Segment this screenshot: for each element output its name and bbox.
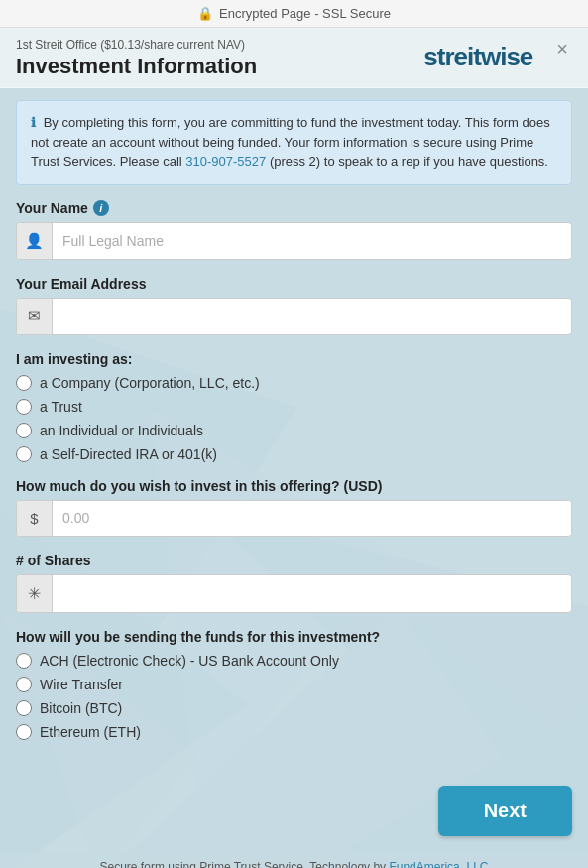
- amount-input-wrapper: $: [16, 500, 572, 537]
- name-group: Your Name i 👤: [16, 200, 572, 260]
- person-icon: 👤: [17, 223, 53, 259]
- envelope-icon: ✉: [17, 299, 53, 334]
- shares-group: # of Shares ✳: [16, 553, 572, 613]
- name-label: Your Name i: [16, 200, 572, 216]
- investing-option-0[interactable]: a Company (Corporation, LLC, etc.): [16, 375, 572, 391]
- funds-option-1[interactable]: Wire Transfer: [16, 677, 572, 692]
- ssl-text: Encrypted Page - SSL Secure: [219, 6, 391, 21]
- amount-group: How much do you wish to invest in this o…: [16, 478, 572, 537]
- investing-radio-3[interactable]: [16, 446, 32, 462]
- funds-option-2[interactable]: Bitcoin (BTC): [16, 700, 572, 716]
- amount-label: How much do you wish to invest in this o…: [16, 478, 572, 494]
- funds-option-3[interactable]: Ethereum (ETH): [16, 724, 572, 740]
- info-text-after: (press 2) to speak to a rep if you have …: [266, 154, 548, 169]
- phone-link[interactable]: 310-907-5527: [185, 154, 266, 169]
- funds-option-0[interactable]: ACH (Electronic Check) - US Bank Account…: [16, 653, 572, 669]
- close-button[interactable]: ×: [552, 38, 572, 61]
- funds-radio-2[interactable]: [16, 700, 32, 716]
- shares-input-wrapper: ✳: [16, 574, 572, 613]
- email-label: Your Email Address: [16, 276, 572, 292]
- investing-option-3[interactable]: a Self-Directed IRA or 401(k): [16, 446, 572, 462]
- funds-radio-1[interactable]: [16, 677, 32, 692]
- name-input[interactable]: [53, 224, 571, 258]
- investing-group: I am investing as: a Company (Corporatio…: [16, 351, 572, 462]
- name-help-icon[interactable]: i: [93, 200, 109, 216]
- funds-radio-3[interactable]: [16, 724, 32, 740]
- lock-icon: 🔒: [197, 6, 213, 21]
- info-box: ℹ By completing this form, you are commi…: [16, 100, 572, 185]
- page-header: 1st Streit Office ($10.13/share current …: [0, 28, 588, 88]
- funds-label: How will you be sending the funds for th…: [16, 629, 572, 645]
- investing-radio-0[interactable]: [16, 375, 32, 391]
- email-input[interactable]: [53, 300, 571, 333]
- footer-text: Secure form using Prime Trust Service. T…: [100, 860, 390, 869]
- bottom-area: Next: [0, 776, 588, 852]
- investing-radio-2[interactable]: [16, 423, 32, 438]
- email-group: Your Email Address ✉: [16, 276, 572, 335]
- info-icon: ℹ: [31, 115, 36, 130]
- email-input-wrapper: ✉: [16, 298, 572, 335]
- logo: streitwise: [423, 42, 532, 72]
- header-left: 1st Streit Office ($10.13/share current …: [16, 38, 257, 79]
- next-button[interactable]: Next: [438, 786, 572, 836]
- nav-title: 1st Streit Office ($10.13/share current …: [16, 38, 257, 52]
- snowflake-icon: ✳: [17, 575, 53, 612]
- dollar-icon: $: [17, 501, 53, 536]
- investing-label: I am investing as:: [16, 351, 572, 367]
- fundamerica-link[interactable]: FundAmerica, LLC: [389, 860, 488, 869]
- form-area: Your Name i 👤 Your Email Address ✉ I am …: [0, 196, 588, 776]
- investing-option-2[interactable]: an Individual or Individuals: [16, 423, 572, 438]
- shares-input[interactable]: [53, 576, 571, 610]
- funds-group: How will you be sending the funds for th…: [16, 629, 572, 740]
- name-input-wrapper: 👤: [16, 222, 572, 260]
- funds-radio-0[interactable]: [16, 653, 32, 669]
- page-title: Investment Information: [16, 54, 257, 79]
- investing-option-1[interactable]: a Trust: [16, 399, 572, 415]
- shares-label: # of Shares: [16, 553, 572, 568]
- footer: Secure form using Prime Trust Service. T…: [0, 852, 588, 869]
- investing-radio-1[interactable]: [16, 399, 32, 415]
- ssl-bar: 🔒 Encrypted Page - SSL Secure: [0, 0, 588, 28]
- amount-input[interactable]: [53, 501, 571, 535]
